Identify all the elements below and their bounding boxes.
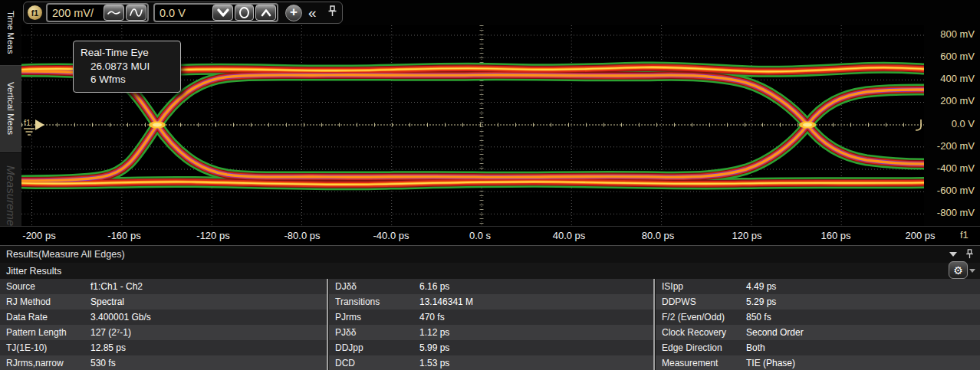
table-row: TJ(1E-10)12.85 ps — [0, 340, 327, 355]
table-row: ISIpp4.49 ps — [656, 279, 980, 294]
table-column-group-1: Sourcef1:Ch1 - Ch2 RJ MethodSpectral Dat… — [0, 279, 327, 370]
row-label: DJδδ — [329, 281, 419, 292]
vertical-offset-field[interactable]: 0.0 V — [153, 3, 278, 22]
table-row: Clock RecoverySecond Order — [656, 325, 980, 340]
jitter-results-title: Jitter Results — [6, 266, 61, 277]
row-label: ISIpp — [656, 281, 746, 292]
sine-small-icon — [107, 8, 121, 18]
offset-down-button[interactable] — [212, 5, 233, 21]
results-section-bar: Jitter Results — [0, 263, 980, 279]
row-value: f1:Ch1 - Ch2 — [90, 281, 143, 292]
right-edge-marker-icon — [913, 119, 924, 136]
row-label: DDPWS — [656, 296, 746, 307]
results-settings-button[interactable]: ⚙ — [949, 261, 968, 279]
row-label: TJ(1E-10) — [0, 342, 90, 353]
tooltip-wfms: 6 Wfms — [81, 73, 174, 87]
row-label: DCD — [329, 358, 419, 368]
y-tick-label: -400 mV — [924, 162, 975, 176]
results-subtitle: (Measure All Edges) — [38, 249, 125, 260]
tab-vertical-meas[interactable]: Vertical Meas — [0, 66, 21, 152]
offset-up-button[interactable] — [255, 5, 276, 21]
zero-icon — [239, 7, 249, 18]
collapse-toolbar-button[interactable]: « — [308, 5, 317, 20]
x-tick-label: 0.0 s — [446, 230, 515, 241]
eye-diagram-plot[interactable]: Real-Time Eye 26.0873 MUI 6 Wfms f1 — [21, 25, 924, 226]
row-label: Pattern Length — [0, 327, 90, 338]
table-row: Transitions13.146341 M — [329, 294, 653, 309]
column-divider — [327, 279, 328, 370]
add-button[interactable]: + — [285, 5, 302, 21]
row-value: Spectral — [90, 296, 124, 307]
x-tick-label: -80.0 ps — [268, 230, 337, 241]
x-tick-label: -120 ps — [179, 230, 248, 241]
table-row: DCD1.53 ps — [329, 355, 653, 370]
x-tick-label: 120 ps — [712, 230, 781, 241]
vertical-scale-value: 200 mV/ — [48, 7, 103, 19]
row-value: 850 fs — [746, 312, 771, 323]
row-value: 3.400001 Gb/s — [90, 312, 151, 323]
toolbar-pin-icon[interactable] — [327, 5, 338, 21]
x-tick-label: 80.0 ps — [623, 230, 692, 241]
y-tick-label: -600 mV — [924, 185, 975, 198]
row-value: 6.16 ps — [419, 281, 449, 292]
table-column-group-3: ISIpp4.49 ps DDPWS5.29 ps F/2 (Even/Odd)… — [656, 279, 980, 370]
row-label: Clock Recovery — [656, 327, 746, 338]
row-value: 470 fs — [419, 312, 445, 323]
results-panel: Results (Measure All Edges) Jitter Resul… — [0, 245, 980, 370]
row-value: 530 fs — [90, 358, 116, 368]
results-settings-caret[interactable] — [969, 269, 975, 273]
table-row: F/2 (Even/Odd)850 fs — [656, 309, 980, 325]
channel-toolbar: f1 200 mV/ 0.0 V — [23, 2, 343, 24]
table-row: RJrms,narrow530 fs — [0, 355, 327, 370]
table-row: DDPWS5.29 ps — [656, 294, 980, 309]
table-row: RJ MethodSpectral — [0, 294, 327, 309]
vertical-scale-field[interactable]: 200 mV/ — [46, 3, 149, 22]
table-row: Edge DirectionBoth — [656, 340, 980, 355]
gear-icon: ⚙ — [953, 264, 963, 277]
table-row: MeasurementTIE (Phase) — [656, 355, 980, 370]
results-pin-icon[interactable] — [965, 248, 975, 263]
channel-reference-marker[interactable]: f1 — [22, 110, 50, 145]
table-row: Sourcef1:Ch1 - Ch2 — [0, 279, 327, 294]
x-tick-label: -40.0 ps — [357, 230, 426, 241]
row-label: Edge Direction — [656, 342, 746, 353]
tab-time-meas[interactable]: Time Meas — [0, 0, 21, 66]
offset-zero-button[interactable] — [235, 5, 254, 21]
row-value: 13.146341 M — [419, 296, 473, 307]
y-tick-label: -200 mV — [924, 140, 975, 154]
row-value: TIE (Phase) — [746, 358, 795, 368]
row-value: 4.49 ps — [746, 281, 776, 292]
channel-f1-badge[interactable]: f1 — [28, 5, 42, 20]
row-value: 5.29 ps — [746, 296, 776, 307]
x-tick-label: 160 ps — [801, 230, 870, 241]
table-row: Data Rate3.400001 Gb/s — [0, 309, 327, 325]
x-tick-label: 40.0 ps — [534, 230, 603, 241]
y-tick-label: 800 mV — [924, 28, 975, 42]
ground-icon — [24, 129, 35, 135]
sine-large-icon — [129, 7, 143, 18]
row-value: 5.99 ps — [419, 342, 449, 353]
row-label: RJ Method — [0, 296, 90, 307]
row-value: Both — [746, 342, 765, 353]
row-value: 127 (2⁷-1) — [90, 327, 131, 338]
waveform-large-button[interactable] — [126, 5, 146, 21]
oscilloscope-screen: Time Meas Vertical Meas Measuremen f1 20… — [0, 0, 980, 370]
jitter-results-table: Sourcef1:Ch1 - Ch2 RJ MethodSpectral Dat… — [0, 279, 980, 370]
x-tick-label: -200 ps — [5, 230, 74, 241]
results-header: Results (Measure All Edges) — [0, 246, 980, 263]
left-tab-strip: Time Meas Vertical Meas Measuremen — [0, 0, 21, 245]
x-axis-channel-label: f1 — [960, 229, 968, 241]
y-tick-label: 600 mV — [924, 51, 975, 64]
row-label: RJrms,narrow — [0, 358, 90, 368]
waveform-small-button[interactable] — [104, 5, 124, 21]
marker-f1-label: f1 — [24, 118, 31, 127]
column-divider — [653, 279, 655, 370]
table-column-group-2: DJδδ6.16 ps Transitions13.146341 M PJrms… — [329, 279, 653, 370]
row-value: Second Order — [746, 327, 804, 338]
chevron-down-icon — [216, 8, 230, 18]
row-label: DDJpp — [329, 342, 419, 353]
results-collapse-caret[interactable] — [949, 252, 957, 257]
plus-icon: + — [290, 5, 298, 18]
table-row: Pattern Length127 (2⁷-1) — [0, 325, 327, 340]
row-label: PJrms — [329, 312, 419, 323]
